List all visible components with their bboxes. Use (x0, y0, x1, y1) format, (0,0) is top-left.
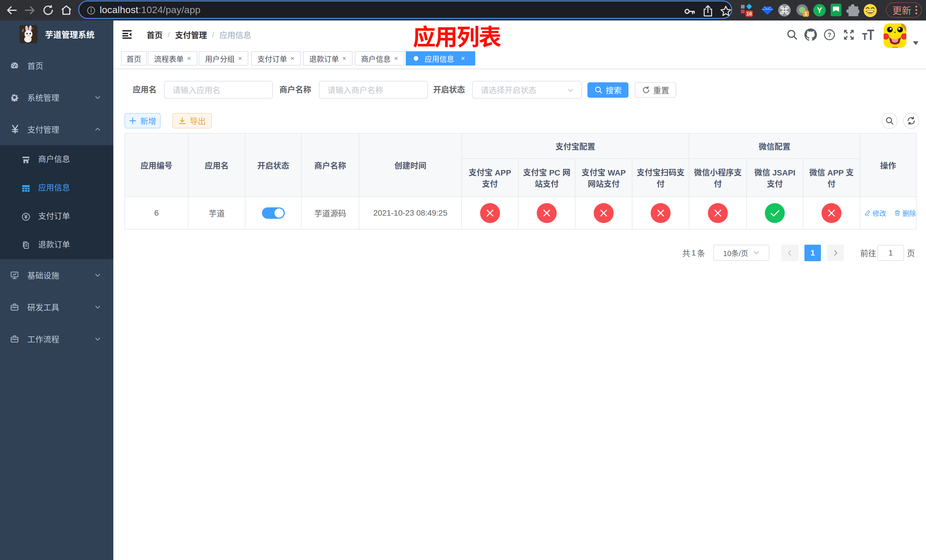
svg-text:Y: Y (817, 6, 822, 15)
svg-text:1: 1 (804, 11, 807, 17)
svg-text:10: 10 (747, 11, 752, 17)
svg-text:?: ? (828, 31, 831, 38)
